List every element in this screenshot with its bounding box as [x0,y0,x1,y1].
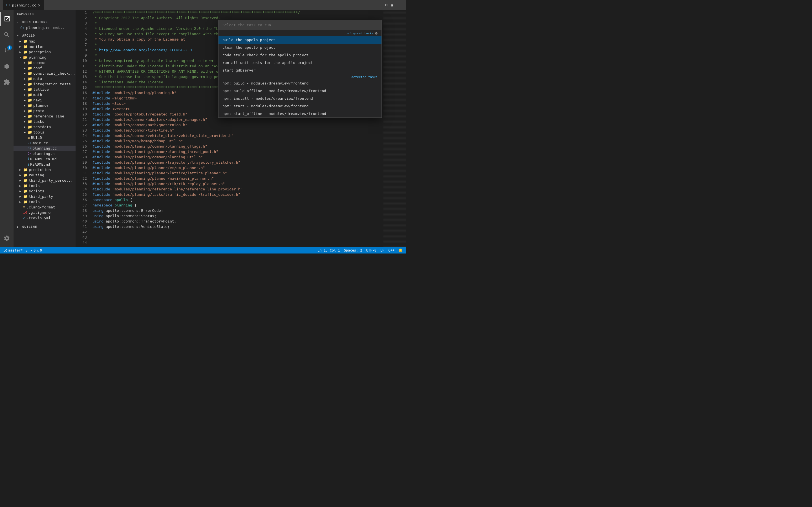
outline-header[interactable]: ▶ OUTLINE [13,223,75,230]
tree-arrow: ▶ [22,66,27,69]
tree-item-clang-format[interactable]: ▶ ≡ .clang-format [13,205,75,210]
tree-item-planning-h[interactable]: ▶ C+ planning.h [13,151,75,156]
cc-file-icon: C+ [28,141,31,145]
activity-source-control[interactable]: 3 [0,44,13,57]
tree-label: planning.cc [33,146,75,151]
configured-tasks-gear-icon[interactable]: ⚙ [375,31,377,36]
apollo-header[interactable]: ▾ APOLLO [13,32,75,39]
branch-icon: ⎇ [3,248,7,252]
task-npm-start-offline[interactable]: npm: start_offline - modules/dreamview/f… [218,110,382,117]
split-editor-icon[interactable]: ⊡ [386,3,388,7]
tree-item-tools[interactable]: ▶ 📁 tools [13,129,75,135]
task-npm-install[interactable]: npm: install - modules/dreamview/fronten… [218,95,382,102]
tree-item-integration-tests[interactable]: ▶ 📁 integration_tests [13,81,75,87]
tree-item-data[interactable]: ▶ 📁 data [13,76,75,81]
tree-label: .travis.yml [27,216,75,220]
tree-item-third-party-perce[interactable]: ▶ 📁 third_party_perce... [13,178,75,183]
tree-item-proto[interactable]: ▶ 📁 proto [13,108,75,114]
activity-explorer[interactable] [0,12,13,25]
branch-item[interactable]: ⎇ master* [3,248,23,252]
tree-label: .clang-format [27,205,75,209]
emoji-icon: 😊 [398,248,403,252]
open-editors-section: ▾ OPEN EDITORS C+ planning.cc mod... [13,18,75,31]
apollo-section: ▾ APOLLO ▶ 📁 map ▶ 📁 monitor ▶ [13,32,75,221]
task-label: npm: build - modules/dreamview/frontend [222,81,308,86]
tree-label: planner [33,103,75,108]
task-gdbserver[interactable]: start gdbserver [218,66,382,74]
tree-arrow: ▶ [18,50,22,54]
tree-item-readme[interactable]: ▶ ℹ README.md [13,162,75,167]
more-actions-icon[interactable]: ··· [397,3,403,7]
task-code-style[interactable]: code style check for the apollo project [218,51,382,59]
tree-item-tools3[interactable]: ▶ 📁 tools [13,199,75,205]
tree-label: README_cn.md [30,157,75,161]
tree-item-navi[interactable]: ▶ 📁 navi [13,98,75,103]
tree-arrow: ▶ [22,120,27,123]
task-npm-build[interactable]: npm: build - modules/dreamview/frontend [218,79,382,87]
h-file-icon: C+ [28,152,31,156]
line-numbers: 12345 678910 1112131415 1617181920 21222… [75,10,90,247]
tree-item-testdata[interactable]: ▶ 📁 testdata [13,124,75,129]
sync-item[interactable]: ↺ [26,248,28,252]
tree-item-math[interactable]: ▶ 📁 math [13,92,75,98]
line-ending-item[interactable]: LF [380,248,384,252]
language-item[interactable]: C++ [388,248,395,252]
folder-icon: 📁 [23,178,28,182]
tree-item-readme-cn[interactable]: ▶ ℹ README_cn.md [13,156,75,162]
explorer-label: EXPLORER [17,12,34,16]
spaces-item[interactable]: Spaces: 2 [344,248,362,252]
task-run-tests[interactable]: run all unit tests for the apollo projec… [218,59,382,66]
tree-item-travis[interactable]: ▶ ✓ .travis.yml [13,215,75,221]
tree-item-monitor[interactable]: ▶ 📁 monitor [13,44,75,49]
title-bar-actions: ⊡ ▣ ··· [386,3,403,7]
tree-arrow: ▶ [22,61,27,64]
tree-item-constraint-check[interactable]: ▶ 📁 constraint_check... [13,71,75,76]
tree-item-common[interactable]: ▶ 📁 common [13,60,75,65]
tree-item-perception[interactable]: ▶ 📁 perception [13,49,75,55]
task-build-appolo[interactable]: build the appolo project [218,36,382,44]
tree-item-tasks[interactable]: ▶ 📁 tasks [13,119,75,124]
tab-close-button[interactable]: × [38,3,41,8]
tree-item-planner[interactable]: ▶ 📁 planner [13,103,75,108]
line-ending-label: LF [380,248,384,252]
folder-icon: 📁 [23,45,28,49]
task-npm-start[interactable]: npm: start - modules/dreamview/frontend [218,102,382,110]
status-left: ⎇ master* ↺ ✕ 0 ⚠ 0 [3,248,42,252]
tree-item-BUILD[interactable]: ▶ ≡ BUILD [13,135,75,140]
tree-item-tools2[interactable]: ▶ 📁 tools [13,183,75,188]
layout-icon[interactable]: ▣ [391,3,393,7]
activity-settings[interactable] [0,231,13,245]
tree-item-planning[interactable]: ▾ 📂 planning [13,55,75,60]
tree-item-third-party[interactable]: ▶ 📁 third_party [13,194,75,199]
activity-search[interactable] [0,28,13,41]
tree-item-map[interactable]: ▶ 📁 map [13,39,75,44]
tree-item-conf[interactable]: ▶ 📁 conf [13,65,75,71]
task-label: npm: start_offline - modules/dreamview/f… [222,112,326,116]
task-search-input[interactable] [218,20,382,30]
errors-item[interactable]: ✕ 0 ⚠ 0 [31,248,42,252]
folder-icon: 📂 [23,55,28,59]
emoji-item[interactable]: 😊 [398,248,403,252]
tree-item-gitignore[interactable]: ▶ ⎇ .gitignore [13,210,75,215]
tree-arrow: ▶ [22,72,27,75]
activity-extensions[interactable] [0,75,13,89]
position-item[interactable]: Ln 1, Col 1 [317,248,340,252]
tree-item-prediction[interactable]: ▶ 📁 prediction [13,167,75,172]
tree-item-reference-line[interactable]: ▶ 📁 reference_line [13,114,75,119]
tree-item-main-cc[interactable]: ▶ C+ main.cc [13,140,75,146]
task-npm-build-offline[interactable]: npm: build_offline - modules/dreamview/f… [218,87,382,95]
task-clean-apollo[interactable]: clean the apollo project [218,44,382,51]
open-editors-header[interactable]: ▾ OPEN EDITORS [13,18,75,25]
status-bar: ⎇ master* ↺ ✕ 0 ⚠ 0 Ln 1, Col 1 Spaces: … [0,247,406,253]
open-editor-planning-cc[interactable]: C+ planning.cc mod... [13,25,75,31]
tree-item-lattice[interactable]: ▶ 📁 lattice [13,87,75,92]
editor-tab[interactable]: C+ planning.cc × [3,0,44,10]
tree-item-routing[interactable]: ▶ 📁 routing [13,172,75,178]
encoding-item[interactable]: UTF-8 [366,248,376,252]
activity-bar: 3 [0,10,13,247]
tree-item-scripts[interactable]: ▶ 📁 scripts [13,188,75,194]
tree-arrow: ▶ [22,93,27,96]
tree-item-planning-cc[interactable]: ▶ C+ planning.cc [13,146,75,151]
activity-debug[interactable] [0,59,13,73]
tree-arrow: ▶ [22,125,27,128]
